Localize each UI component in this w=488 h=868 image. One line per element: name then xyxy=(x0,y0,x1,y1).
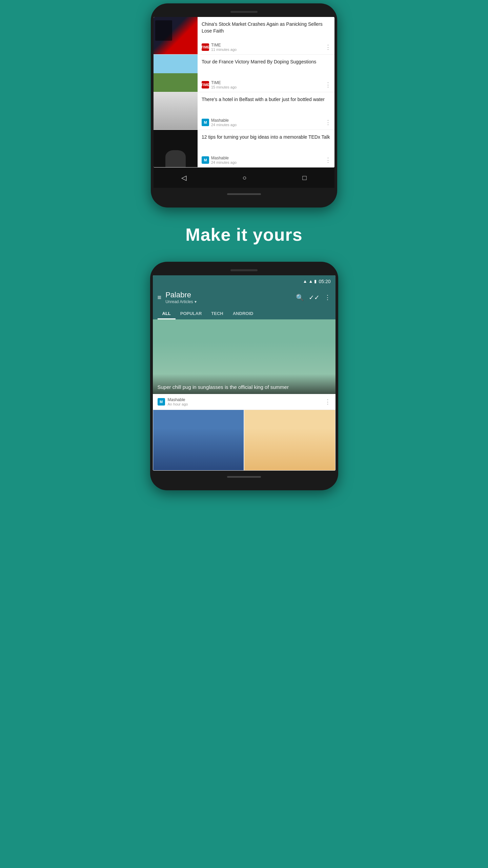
source-badge-time-1: TIME xyxy=(202,43,209,51)
source-name-3: Mashable xyxy=(211,118,237,123)
featured-title: Super chill pug in sunglasses is the off… xyxy=(158,384,331,390)
signal-icon: ▲ xyxy=(309,279,313,284)
news-source-hotel: M Mashable 24 minutes ago xyxy=(202,118,237,127)
app-title-block: Palabre Unread Articles ▾ xyxy=(165,291,291,304)
news-title-tedx: 12 tips for turning your big ideas into … xyxy=(202,134,331,141)
status-time: 05:20 xyxy=(319,279,330,284)
speaker xyxy=(230,11,258,13)
tabs-bar: ALL POPULAR TECH ANDROID xyxy=(153,308,336,319)
source-time-4: 24 minutes ago xyxy=(211,160,237,164)
tab-all[interactable]: ALL xyxy=(158,308,176,319)
source-name-1: TIME xyxy=(211,43,237,47)
speaker-2 xyxy=(230,269,258,271)
tagline-prefix: Make it xyxy=(185,225,253,244)
phone-top-notch xyxy=(154,7,334,17)
tagline: Make it yours xyxy=(185,224,302,245)
back-button[interactable]: ◁ xyxy=(181,174,186,182)
news-title-hotel: There's a hotel in Belfast with a butler… xyxy=(202,96,331,103)
search-icon[interactable]: 🔍 xyxy=(296,294,304,301)
mark-all-read-icon[interactable]: ✓✓ xyxy=(309,294,320,301)
battery-icon: ▮ xyxy=(314,279,317,284)
recents-button[interactable]: □ xyxy=(302,174,306,182)
featured-article[interactable]: Super chill pug in sunglasses is the off… xyxy=(153,319,336,394)
news-thumbnail-cycling xyxy=(154,55,198,92)
more-menu-3[interactable]: ⋮ xyxy=(325,119,331,126)
news-title-cycling: Tour de France Victory Marred By Doping … xyxy=(202,59,331,65)
news-item-cycling[interactable]: Tour de France Victory Marred By Doping … xyxy=(154,55,334,92)
tab-popular[interactable]: POPULAR xyxy=(176,308,207,319)
phone-1-screen: China's Stock Market Crashes Again as Pa… xyxy=(154,17,334,167)
more-menu-2[interactable]: ⋮ xyxy=(325,81,331,88)
app-bar: ≡ Palabre Unread Articles ▾ 🔍 ✓✓ ⋮ xyxy=(153,287,336,308)
phone2-top-notch xyxy=(153,265,336,275)
news-content-cycling: Tour de France Victory Marred By Doping … xyxy=(198,55,334,92)
phone-2: ▲ ▲ ▮ 05:20 ≡ Palabre Unread Articles ▾ xyxy=(150,262,338,490)
featured-source-badge: M xyxy=(158,398,165,406)
source-badge-mashable-1: M xyxy=(202,119,209,126)
phone-bottom-bar xyxy=(154,191,334,197)
more-menu-4[interactable]: ⋮ xyxy=(325,156,331,164)
featured-more-menu[interactable]: ⋮ xyxy=(325,398,331,406)
source-name-4: Mashable xyxy=(211,156,237,160)
overflow-menu-icon[interactable]: ⋮ xyxy=(324,294,331,301)
phone-nav-bar: ◁ ○ □ xyxy=(154,167,334,188)
source-time-3: 24 minutes ago xyxy=(211,123,237,127)
news-thumbnail-hotel xyxy=(154,92,198,130)
news-source-cycling: TIME TIME 15 minutes ago xyxy=(202,80,237,89)
bottom-article-2[interactable] xyxy=(244,410,336,471)
wifi-icon: ▲ xyxy=(303,279,307,284)
featured-source-name: Mashable xyxy=(168,397,188,402)
news-item-tedx[interactable]: 12 tips for turning your big ideas into … xyxy=(154,130,334,167)
news-thumbnail-china xyxy=(154,17,198,54)
tagline-emphasis: yours xyxy=(253,225,303,244)
source-badge-time-2: TIME xyxy=(202,81,209,88)
home-indicator xyxy=(227,193,261,195)
news-meta-hotel: M Mashable 24 minutes ago ⋮ xyxy=(202,118,331,127)
source-time-1: 11 minutes ago xyxy=(211,47,237,52)
app-subtitle: Unread Articles ▾ xyxy=(165,299,291,304)
source-badge-mashable-2: M xyxy=(202,156,209,164)
news-title-china: China's Stock Market Crashes Again as Pa… xyxy=(202,21,331,34)
news-content-hotel: There's a hotel in Belfast with a butler… xyxy=(198,92,334,130)
featured-source-time: An hour ago xyxy=(168,402,188,406)
phone-2-screen: ▲ ▲ ▮ 05:20 ≡ Palabre Unread Articles ▾ xyxy=(153,275,336,471)
news-source-tedx: M Mashable 24 minutes ago xyxy=(202,156,237,164)
news-thumbnail-tedx xyxy=(154,130,198,167)
source-name-2: TIME xyxy=(211,80,237,85)
status-icons: ▲ ▲ ▮ xyxy=(303,279,317,284)
news-meta-tedx: M Mashable 24 minutes ago ⋮ xyxy=(202,156,331,164)
featured-overlay: Super chill pug in sunglasses is the off… xyxy=(153,374,336,394)
status-bar: ▲ ▲ ▮ 05:20 xyxy=(153,275,336,287)
source-time-2: 15 minutes ago xyxy=(211,85,237,89)
bottom-articles-row xyxy=(153,410,336,471)
tab-android[interactable]: ANDROID xyxy=(228,308,258,319)
app-subtitle-text: Unread Articles xyxy=(165,299,193,304)
app-name: Palabre xyxy=(165,291,291,299)
bottom-article-1[interactable] xyxy=(153,410,244,471)
news-meta-cycling: TIME TIME 15 minutes ago ⋮ xyxy=(202,80,331,89)
home-indicator-2 xyxy=(227,476,261,478)
news-source-china: TIME TIME 11 minutes ago xyxy=(202,43,237,52)
phone2-bottom-bar xyxy=(153,473,336,480)
featured-meta: M Mashable An hour ago ⋮ xyxy=(153,394,336,410)
featured-source: M Mashable An hour ago xyxy=(158,397,188,406)
hamburger-menu-icon[interactable]: ≡ xyxy=(158,294,162,301)
news-meta-china: TIME TIME 11 minutes ago ⋮ xyxy=(202,43,331,52)
tab-tech[interactable]: TECH xyxy=(206,308,228,319)
phone-1: China's Stock Market Crashes Again as Pa… xyxy=(151,3,337,208)
news-content-tedx: 12 tips for turning your big ideas into … xyxy=(198,130,334,167)
home-button[interactable]: ○ xyxy=(242,174,246,182)
more-menu-1[interactable]: ⋮ xyxy=(325,43,331,51)
news-item-hotel[interactable]: There's a hotel in Belfast with a butler… xyxy=(154,92,334,130)
app-bar-actions: 🔍 ✓✓ ⋮ xyxy=(296,294,331,301)
news-content-china: China's Stock Market Crashes Again as Pa… xyxy=(198,17,334,54)
news-item-china[interactable]: China's Stock Market Crashes Again as Pa… xyxy=(154,17,334,55)
dropdown-arrow-icon: ▾ xyxy=(195,299,197,304)
